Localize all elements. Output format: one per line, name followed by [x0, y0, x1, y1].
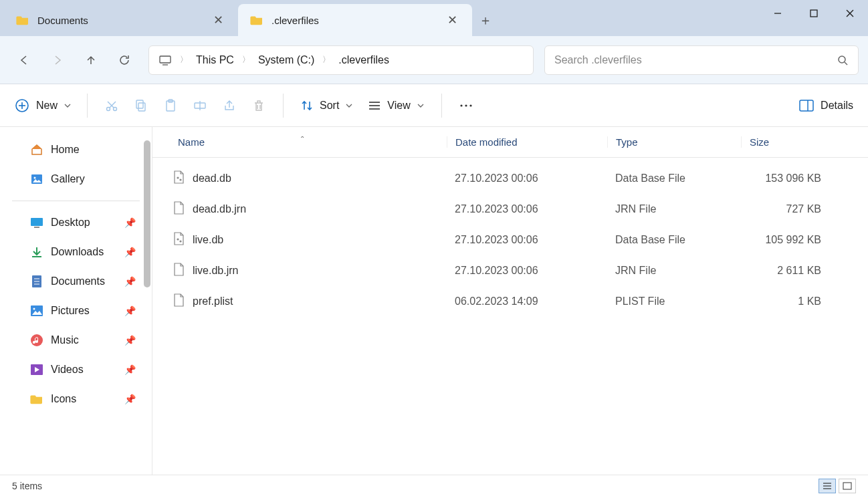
table-row[interactable]: pref.plist06.02.2023 14:09PLIST File1 KB: [152, 286, 868, 317]
sidebar-item-music[interactable]: Music 📌: [0, 326, 152, 355]
details-pane-icon: [799, 100, 814, 112]
column-header-date[interactable]: Date modified: [447, 136, 607, 148]
sidebar-item-label: Home: [51, 144, 80, 156]
close-icon[interactable]: ✕: [442, 10, 463, 30]
column-label: Name: [178, 136, 205, 148]
breadcrumb-system-c[interactable]: System (C:): [258, 54, 314, 66]
icons-view-toggle[interactable]: [839, 479, 856, 493]
share-button[interactable]: [215, 91, 244, 120]
tab-documents[interactable]: Documents ✕: [4, 4, 238, 36]
separator: [441, 94, 442, 118]
table-row[interactable]: live.db.jrn27.10.2023 00:06JRN File2 611…: [152, 255, 868, 286]
breadcrumb-this-pc[interactable]: This PC: [196, 54, 234, 66]
minimize-button[interactable]: [760, 0, 796, 27]
cut-button[interactable]: [97, 91, 126, 120]
svg-point-42: [180, 179, 181, 180]
search-input[interactable]: [554, 54, 837, 66]
main-area: Home Gallery Desktop 📌 Downloads 📌 Docum…: [0, 127, 868, 475]
sidebar-divider: [12, 201, 140, 201]
svg-line-7: [845, 62, 847, 65]
refresh-button[interactable]: [110, 45, 139, 75]
sort-icon: [301, 100, 313, 112]
file-size: 727 KB: [741, 203, 835, 215]
delete-button[interactable]: [244, 91, 274, 120]
sidebar-item-pictures[interactable]: Pictures 📌: [0, 296, 152, 326]
details-button[interactable]: Details: [799, 100, 853, 112]
status-text: 5 items: [12, 481, 42, 491]
sidebar-item-label: Gallery: [51, 173, 85, 185]
svg-point-12: [114, 107, 117, 110]
sidebar-item-home[interactable]: Home: [0, 135, 152, 164]
file-name: pref.plist: [193, 295, 233, 307]
breadcrumb-cleverfiles[interactable]: .cleverfiles: [338, 54, 389, 66]
file-size: 1 KB: [741, 295, 835, 307]
clipboard-icon: [164, 99, 177, 112]
pc-icon: [158, 55, 172, 66]
chevron-right-icon[interactable]: 〉: [239, 54, 253, 66]
column-header-size[interactable]: Size: [741, 136, 835, 148]
pin-icon: 📌: [124, 335, 136, 346]
sidebar-item-documents[interactable]: Documents 📌: [0, 267, 152, 296]
pin-icon: 📌: [124, 305, 136, 316]
close-icon[interactable]: ✕: [208, 10, 229, 30]
view-button[interactable]: View: [360, 100, 431, 112]
column-header-type[interactable]: Type: [607, 136, 741, 148]
sort-button[interactable]: Sort: [293, 100, 360, 112]
maximize-button[interactable]: [796, 0, 832, 27]
chevron-right-icon[interactable]: 〉: [177, 54, 191, 66]
file-icon: [173, 170, 185, 187]
new-tab-button[interactable]: ＋: [472, 4, 499, 36]
trash-icon: [252, 99, 265, 112]
close-window-button[interactable]: [832, 0, 868, 27]
file-date: 27.10.2023 00:06: [447, 172, 607, 184]
forward-button[interactable]: [43, 45, 72, 75]
file-list: dead.db27.10.2023 00:06Data Base File153…: [152, 158, 868, 475]
file-type: JRN File: [607, 203, 741, 215]
file-type: JRN File: [607, 265, 741, 277]
sidebar-item-downloads[interactable]: Downloads 📌: [0, 237, 152, 267]
up-button[interactable]: [76, 45, 106, 75]
file-name: live.db: [193, 234, 223, 246]
details-view-toggle[interactable]: [819, 479, 836, 493]
sidebar-item-icons[interactable]: Icons 📌: [0, 384, 152, 414]
sidebar-item-label: Icons: [51, 393, 76, 405]
documents-icon: [29, 274, 44, 289]
search-box[interactable]: [544, 45, 859, 75]
chevron-right-icon[interactable]: 〉: [320, 54, 333, 66]
sidebar-item-videos[interactable]: Videos 📌: [0, 355, 152, 384]
table-row[interactable]: live.db27.10.2023 00:06Data Base File105…: [152, 225, 868, 255]
file-name: dead.db.jrn: [193, 203, 246, 215]
pin-icon: 📌: [124, 247, 136, 257]
column-header-name[interactable]: ⌃ Name: [152, 136, 447, 148]
back-button[interactable]: [9, 45, 39, 75]
svg-point-43: [177, 239, 179, 240]
svg-point-38: [33, 308, 35, 310]
new-label: New: [36, 100, 58, 112]
scrollbar-thumb[interactable]: [144, 140, 150, 287]
pin-icon: 📌: [124, 276, 136, 287]
file-name: live.db.jrn: [193, 265, 238, 277]
details-label: Details: [821, 100, 853, 112]
new-button[interactable]: New: [15, 98, 78, 113]
rename-button[interactable]: [185, 91, 215, 120]
svg-point-26: [469, 104, 471, 106]
tab-label: .cleverfiles: [272, 15, 319, 26]
more-button[interactable]: [451, 91, 481, 120]
svg-rect-15: [138, 103, 145, 111]
address-bar[interactable]: 〉 This PC 〉 System (C:) 〉 .cleverfiles: [148, 45, 534, 75]
svg-point-30: [34, 177, 36, 179]
copy-button[interactable]: [126, 91, 156, 120]
tab-cleverfiles[interactable]: .cleverfiles ✕: [238, 4, 472, 36]
sidebar-item-gallery[interactable]: Gallery: [0, 164, 152, 194]
sidebar: Home Gallery Desktop 📌 Downloads 📌 Docum…: [0, 127, 152, 475]
titlebar: Documents ✕ .cleverfiles ✕ ＋: [0, 0, 868, 36]
svg-point-11: [107, 107, 110, 110]
table-row[interactable]: dead.db27.10.2023 00:06Data Base File153…: [152, 163, 868, 194]
table-row[interactable]: dead.db.jrn27.10.2023 00:06JRN File727 K…: [152, 194, 868, 225]
sidebar-item-desktop[interactable]: Desktop 📌: [0, 208, 152, 237]
sidebar-item-label: Music: [51, 334, 79, 346]
paste-button[interactable]: [156, 91, 185, 120]
file-type: PLIST File: [607, 295, 741, 307]
sidebar-item-label: Pictures: [51, 305, 90, 317]
svg-rect-1: [810, 10, 817, 17]
